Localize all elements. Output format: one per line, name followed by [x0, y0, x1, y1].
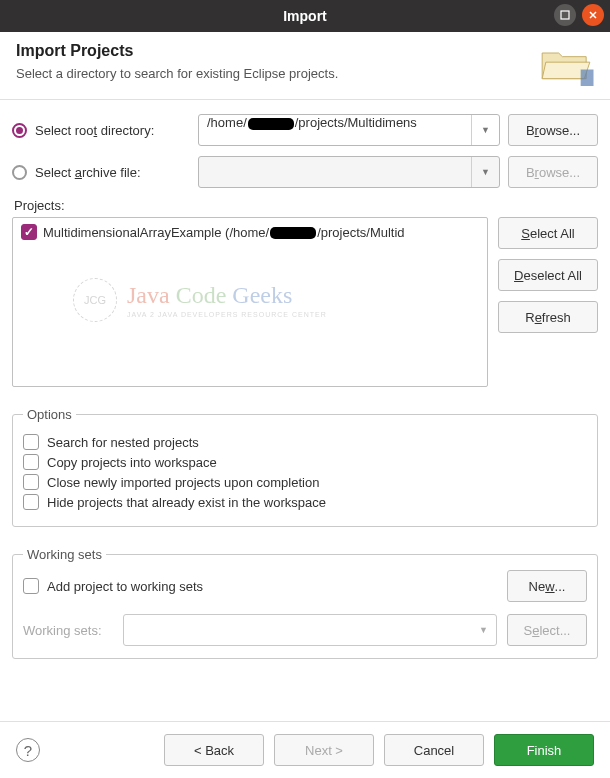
projects-list[interactable]: MultidimensionalArrayExample (/home//pro… [12, 217, 488, 387]
archive-file-label: Select archive file: [35, 165, 190, 180]
cancel-button[interactable]: Cancel [384, 734, 484, 766]
archive-file-row: Select archive file: ▼ Browse... [12, 156, 598, 188]
working-sets-legend: Working sets [23, 547, 106, 562]
root-directory-label: Select root directory: [35, 123, 190, 138]
options-legend: Options [23, 407, 76, 422]
redacted-text [270, 227, 316, 239]
root-directory-row: Select root directory: /home//projects/M… [12, 114, 598, 146]
redacted-text [248, 118, 294, 130]
add-working-set-checkbox[interactable] [23, 578, 39, 594]
watermark: JCG Java Code Geeks JAVA 2 JAVA DEVELOPE… [73, 278, 327, 322]
projects-label: Projects: [14, 198, 598, 213]
select-all-button[interactable]: Select All [498, 217, 598, 249]
next-button: Next > [274, 734, 374, 766]
back-button[interactable]: < Back [164, 734, 264, 766]
option-copy[interactable]: Copy projects into workspace [23, 454, 587, 470]
svg-marker-5 [581, 70, 594, 87]
root-directory-input[interactable]: /home//projects/Multidimens [199, 115, 471, 145]
root-directory-dropdown[interactable]: ▼ [471, 115, 499, 145]
root-directory-combo[interactable]: /home//projects/Multidimens ▼ [198, 114, 500, 146]
nested-checkbox[interactable] [23, 434, 39, 450]
copy-checkbox[interactable] [23, 454, 39, 470]
option-nested[interactable]: Search for nested projects [23, 434, 587, 450]
archive-file-radio[interactable] [12, 165, 27, 180]
chevron-down-icon: ▼ [479, 625, 488, 635]
working-sets-combo: ▼ [123, 614, 497, 646]
option-close[interactable]: Close newly imported projects upon compl… [23, 474, 587, 490]
deselect-all-button[interactable]: Deselect All [498, 259, 598, 291]
maximize-button[interactable] [554, 4, 576, 26]
browse-archive-button: Browse... [508, 156, 598, 188]
page-subtitle: Select a directory to search for existin… [16, 66, 538, 81]
archive-file-input [199, 157, 471, 187]
project-name: MultidimensionalArrayExample (/home//pro… [43, 225, 405, 240]
wizard-header: Import Projects Select a directory to se… [0, 32, 610, 100]
project-checkbox[interactable] [21, 224, 37, 240]
finish-button[interactable]: Finish [494, 734, 594, 766]
project-item[interactable]: MultidimensionalArrayExample (/home//pro… [21, 224, 479, 240]
option-hide[interactable]: Hide projects that already exist in the … [23, 494, 587, 510]
folder-icon [538, 42, 594, 89]
select-working-set-button: Select... [507, 614, 587, 646]
refresh-button[interactable]: Refresh [498, 301, 598, 333]
archive-file-combo: ▼ [198, 156, 500, 188]
new-working-set-button[interactable]: New... [507, 570, 587, 602]
page-title: Import Projects [16, 42, 538, 60]
browse-root-button[interactable]: Browse... [508, 114, 598, 146]
close-button[interactable] [582, 4, 604, 26]
add-working-set-label: Add project to working sets [47, 579, 203, 594]
help-button[interactable]: ? [16, 738, 40, 762]
working-sets-combo-label: Working sets: [23, 623, 113, 638]
root-directory-radio[interactable] [12, 123, 27, 138]
options-group: Options Search for nested projects Copy … [12, 407, 598, 527]
footer: ? < Back Next > Cancel Finish [0, 721, 610, 778]
svg-rect-0 [561, 11, 569, 19]
working-sets-group: Working sets Add project to working sets… [12, 547, 598, 659]
close-checkbox[interactable] [23, 474, 39, 490]
titlebar: Import [0, 0, 610, 32]
window-title: Import [283, 8, 327, 24]
hide-checkbox[interactable] [23, 494, 39, 510]
archive-file-dropdown: ▼ [471, 157, 499, 187]
